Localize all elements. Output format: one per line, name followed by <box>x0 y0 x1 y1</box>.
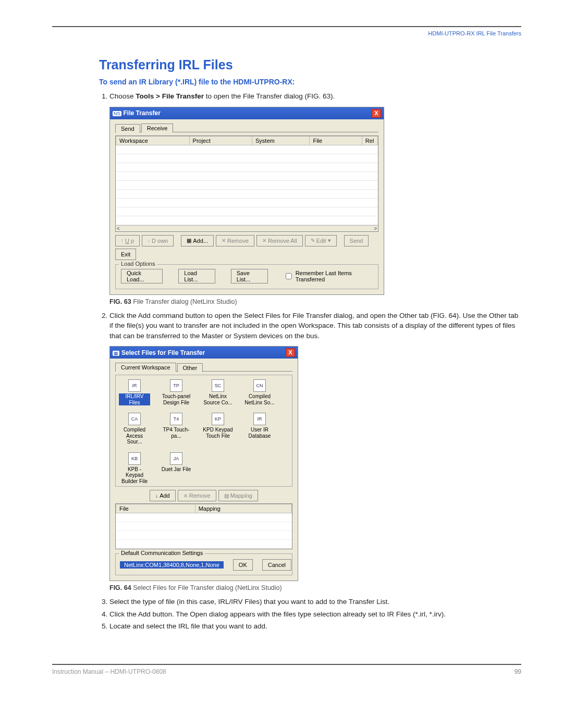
remove-button[interactable]: ✕Remove <box>178 490 216 501</box>
select-files-dialog: ▦Select Files for File Transfer X Curren… <box>109 346 298 581</box>
remove-all-icon: ✕ <box>262 238 266 243</box>
fig64-caption: FIG. 64 Select Files for File Transfer d… <box>109 584 521 591</box>
ok-button[interactable]: OK <box>233 559 253 571</box>
remove-icon: ✕ <box>222 238 226 243</box>
mapping-button[interactable]: ▤Mapping <box>218 490 258 501</box>
tab-receive[interactable]: Receive <box>141 124 174 132</box>
titlebar: ▦Select Files for File Transfer X <box>110 347 298 359</box>
app-icon: NS <box>113 111 121 116</box>
page-number: 99 <box>515 668 521 675</box>
remove-all-button[interactable]: ✕Remove All <box>256 235 303 246</box>
type-kpd[interactable]: KPKPD Keypad Touch File <box>202 413 234 445</box>
scroll-right-icon[interactable]: > <box>374 226 377 231</box>
type-tp4[interactable]: T4TP4 Touch-pa... <box>161 413 192 445</box>
type-compiled-netlinx[interactable]: CNCompiled NetLinx So... <box>244 379 275 405</box>
type-touchpanel[interactable]: TPTouch-panel Design File <box>161 379 192 405</box>
transfer-table: Workspace Project System File Rel <box>116 136 378 225</box>
edit-icon: ✎ <box>311 238 315 243</box>
add-button[interactable]: ▦Add... <box>181 235 214 246</box>
down-icon: ↓ <box>148 238 150 243</box>
add-icon: ▦ <box>187 238 191 243</box>
exit-button[interactable]: Exit <box>115 249 136 260</box>
comm-setting-value: NetLinx:COM1,38400,8,None,1,None <box>120 561 224 569</box>
step-5: Locate and select the IRL file that you … <box>109 621 521 632</box>
up-icon: ↑ <box>121 238 124 243</box>
file-transfer-dialog: NSFile Transfer X SendReceive Workspace … <box>109 107 384 295</box>
cancel-button[interactable]: Cancel <box>262 559 291 571</box>
close-icon[interactable]: X <box>372 109 381 118</box>
sub-heading: To send an IR Library (*.IRL) file to th… <box>99 78 521 86</box>
page-footer: Instruction Manual – HDMI-UTPRO-0808 99 <box>52 664 521 675</box>
send-button[interactable]: Send <box>344 235 369 246</box>
save-list-button[interactable]: Save List... <box>231 269 268 283</box>
scroll-left-icon[interactable]: < <box>117 226 120 231</box>
remove-icon: ✕ <box>183 493 188 499</box>
header-right: HDMI-UTPRO-RX IRL File Transfers <box>52 30 521 36</box>
type-compiled-axcess[interactable]: CACompiled Axcess Sour... <box>119 413 150 445</box>
type-irl-irv[interactable]: IRIRL/IRV Files <box>119 379 150 405</box>
tab-current-workspace[interactable]: Current Workspace <box>115 363 176 372</box>
down-button[interactable]: ↓Down <box>142 235 174 246</box>
tab-other[interactable]: Other <box>177 363 203 372</box>
add-button[interactable]: ↓Add <box>150 490 176 501</box>
page-title: Transferring IRL Files <box>99 57 521 72</box>
remember-checkbox[interactable]: Remember Last Items Transferred <box>284 270 373 282</box>
remove-button[interactable]: ✕Remove <box>216 235 254 246</box>
step-3: Select the type of file (in this case, I… <box>109 597 521 607</box>
type-userir[interactable]: IRUser IR Database <box>244 413 275 445</box>
close-icon[interactable]: X <box>286 348 295 357</box>
fig63-caption: FIG. 63 File Transfer dialog (NetLinx St… <box>109 298 521 305</box>
load-options-group: Load Options Quick Load... Load List... … <box>115 264 378 289</box>
type-kpb[interactable]: KBKPB - Keypad Builder File <box>119 452 150 485</box>
type-duet[interactable]: JADuet Jar File <box>161 452 192 485</box>
step-4: Click the Add button. The Open dialog ap… <box>109 609 521 620</box>
edit-button[interactable]: ✎Edit ▾ <box>305 235 337 246</box>
up-button[interactable]: ↑Up <box>115 235 140 246</box>
load-list-button[interactable]: Load List... <box>178 269 215 283</box>
quick-load-button[interactable]: Quick Load... <box>121 269 163 283</box>
tab-send[interactable]: Send <box>115 124 140 133</box>
file-type-grid: IRIRL/IRV Files TPTouch-panel Design Fil… <box>115 375 292 487</box>
mapping-icon: ▤ <box>224 493 229 499</box>
step-1: Choose Tools > File Transfer to open the… <box>109 91 521 102</box>
comm-settings-group: Default Communication Settings NetLinx:C… <box>115 553 292 575</box>
type-netlinx[interactable]: SCNetLinx Source Co... <box>202 379 234 405</box>
app-icon: ▦ <box>113 351 119 356</box>
titlebar: NSFile Transfer X <box>110 107 384 119</box>
step-2: Click the Add command button to open the… <box>109 311 521 341</box>
selected-files-table: File Mapping <box>116 504 292 549</box>
down-arrow-icon: ↓ <box>155 493 158 499</box>
